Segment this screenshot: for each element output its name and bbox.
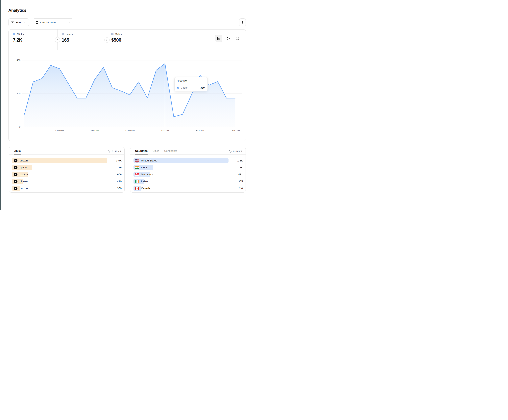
more-options-button[interactable] — [239, 18, 246, 26]
country-row[interactable]: Canada 240 — [134, 186, 243, 191]
line-chart-icon — [217, 36, 221, 40]
kebab-menu-icon — [241, 21, 244, 24]
analytics-chart-card: Clicks 7.2K Leads 165 Sales $506 — [8, 29, 246, 141]
link-row[interactable]: spti.fyi 716 — [12, 165, 122, 170]
window-edge — [0, 0, 0, 210]
chart-tooltip: 4:00 AM Clicks 380 — [174, 77, 208, 91]
stat-label: Clicks — [17, 33, 24, 36]
clicks-swatch-icon — [13, 33, 15, 35]
link-row[interactable]: git.new 410 — [12, 179, 122, 184]
metric-label: CLICKS — [233, 150, 242, 152]
link-row[interactable]: d.to/try 606 — [12, 172, 122, 177]
stat-label: Sales — [115, 33, 122, 36]
singapore-flag-icon — [135, 173, 139, 176]
tooltip-value: 380 — [200, 86, 205, 89]
clicks-count: 1.8K — [237, 159, 243, 162]
country-row[interactable]: Ireland 305 — [134, 179, 243, 184]
country-row[interactable]: Singapore 481 — [134, 172, 243, 177]
expand-sales-button[interactable] — [104, 37, 110, 43]
clicks-count: 240 — [238, 187, 243, 190]
clicks-count: 410 — [117, 180, 122, 183]
dub-logo-icon — [14, 166, 17, 169]
tooltip-series-label: Clicks — [181, 86, 187, 89]
stat-value: 165 — [62, 37, 107, 43]
area-chart-plot — [8, 50, 246, 141]
chart-type-switcher — [215, 35, 241, 42]
stat-value: 7.2K — [13, 37, 57, 43]
dub-logo-icon — [14, 187, 17, 190]
x-axis-tick: 12:00 PM — [230, 129, 240, 132]
stat-tab-sales[interactable]: Sales $506 — [107, 29, 157, 50]
dub-logo-icon — [14, 180, 17, 183]
leads-swatch-icon — [62, 33, 64, 35]
clicks-swatch-icon — [177, 87, 179, 89]
india-flag-icon — [135, 166, 139, 169]
clicks-count: 1.2K — [237, 166, 243, 169]
tooltip-time: 4:00 AM — [175, 77, 208, 84]
metric-selector[interactable]: CLICKS — [229, 149, 242, 153]
ireland-flag-icon — [135, 180, 139, 183]
link-row[interactable]: dub.co 350 — [12, 186, 122, 191]
clicks-count: 350 — [117, 187, 122, 190]
clicks-timeseries-chart[interactable]: 400 200 0 4:00 PM 8:00 PM 12:00 AM 4:00 … — [8, 50, 246, 141]
calendar-icon — [35, 21, 38, 24]
x-axis-tick: 8:00 AM — [196, 129, 204, 132]
table-view-button[interactable] — [234, 35, 241, 42]
country-row[interactable]: United States 1.8K — [134, 158, 243, 163]
x-axis-tick: 4:00 PM — [55, 129, 64, 132]
clicks-count: 481 — [238, 173, 243, 176]
stat-tab-clicks[interactable]: Clicks 7.2K — [8, 29, 57, 50]
date-range-label: Last 24 hours — [40, 21, 56, 24]
countries-panel: Countries Cities Continents CLICKS Unite… — [130, 147, 246, 193]
united-states-flag-icon — [135, 159, 139, 162]
funnel-chart-view-button[interactable] — [224, 35, 232, 42]
chevron-down-icon — [23, 21, 26, 24]
link-row[interactable]: dub.sh 3.5K — [12, 158, 122, 163]
metric-label: CLICKS — [112, 150, 121, 152]
chevron-down-icon — [68, 21, 71, 24]
filter-button[interactable]: Filter — [8, 18, 29, 26]
clicks-count: 3.5K — [116, 159, 122, 162]
cursor-click-icon — [107, 150, 111, 153]
x-axis-tick: 12:00 AM — [125, 129, 135, 132]
page-title: Analytics — [8, 8, 26, 13]
table-grid-icon — [235, 36, 239, 40]
clicks-count: 606 — [117, 173, 122, 176]
chevron-right-icon — [56, 39, 59, 41]
sales-swatch-icon — [111, 33, 113, 35]
country-row[interactable]: India 1.2K — [134, 165, 243, 170]
dub-logo-icon — [14, 159, 17, 162]
clicks-count: 716 — [117, 166, 122, 169]
links-panel: Links CLICKS dub.sh 3.5K spti.fyi 716 — [9, 147, 125, 193]
chevron-right-icon — [106, 39, 108, 41]
stat-value: $506 — [111, 37, 157, 43]
tab-countries[interactable]: Countries — [135, 149, 148, 155]
filter-label: Filter — [16, 21, 22, 24]
cursor-click-icon — [229, 150, 232, 153]
dub-logo-icon — [14, 173, 17, 176]
stat-label: Leads — [66, 33, 73, 36]
stats-row: Clicks 7.2K Leads 165 Sales $506 — [8, 29, 246, 50]
filter-icon — [11, 21, 14, 24]
clicks-count: 305 — [238, 180, 243, 183]
x-axis-tick: 8:00 PM — [90, 129, 99, 132]
tab-cities[interactable]: Cities — [153, 149, 159, 155]
funnel-chart-icon — [226, 36, 230, 40]
date-range-button[interactable]: Last 24 hours — [33, 18, 73, 26]
line-chart-view-button[interactable] — [215, 35, 222, 42]
tab-continents[interactable]: Continents — [164, 149, 177, 155]
expand-leads-button[interactable] — [55, 37, 60, 43]
stat-tab-leads[interactable]: Leads 165 — [57, 29, 107, 50]
x-axis-tick: 4:00 AM — [161, 129, 169, 132]
canada-flag-icon — [135, 187, 139, 190]
tab-links[interactable]: Links — [14, 149, 21, 155]
metric-selector[interactable]: CLICKS — [107, 149, 121, 153]
